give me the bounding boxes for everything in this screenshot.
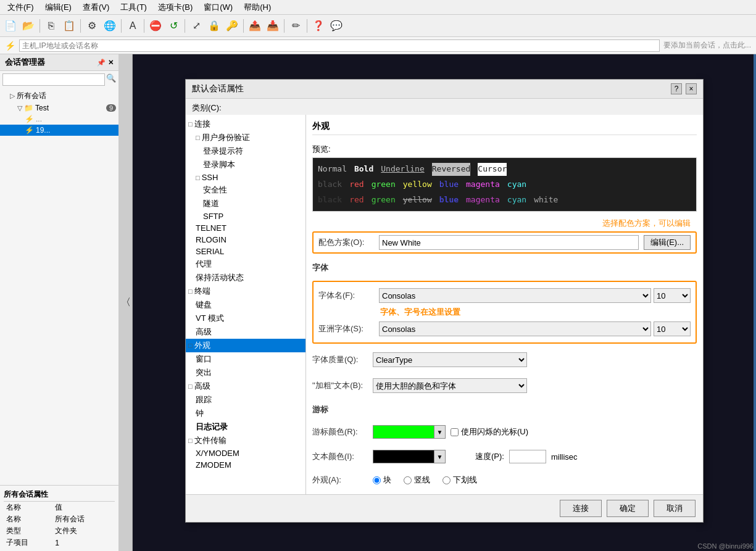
dtree-connection-label: 连接 [194,118,210,130]
text-color-box[interactable] [373,450,434,463]
expand-connection: □ [188,120,193,128]
radio-underline[interactable]: 下划线 [442,474,477,486]
dtree-proxy[interactable]: 代理 [186,257,305,271]
radio-vbar-input[interactable] [404,476,412,484]
connect-footer-btn[interactable]: 连接 [560,500,602,517]
dialog-close-btn[interactable]: × [686,83,697,94]
dtree-ssh[interactable]: □ SSH [186,172,305,183]
addressbar: ⚡ 要添加当前会话，点击此... [0,37,756,54]
dtree-keyboard-label: 键盘 [196,299,212,310]
edit-scheme-btn[interactable]: 编辑(E)... [644,235,691,250]
dtree-bell[interactable]: 钟 [186,407,305,420]
radio-vbar[interactable]: 竖线 [404,474,430,486]
dtree-telnet[interactable]: TELNET [186,222,305,234]
dtree-keepalive[interactable]: 保持活动状态 [186,271,305,284]
copy-btn[interactable]: ⎘ [43,18,59,34]
font-quality-select[interactable]: ClearType [373,352,527,367]
open-btn[interactable]: 📂 [20,18,36,34]
bold-text-select[interactable]: 使用大胆的颜色和字体 [373,378,527,393]
new-session-btn[interactable]: 📄 [2,18,19,34]
dtree-tunnel[interactable]: 隧道 [186,197,305,210]
lock-btn[interactable]: 🔒 [206,18,222,34]
asian-font-size-select[interactable]: 10 [654,321,691,336]
font-size-select[interactable]: 10 [654,288,691,303]
dialog-footer: 连接 确定 取消 [186,494,703,522]
speed-input[interactable] [509,450,546,463]
cancel-btn[interactable]: 取消 [654,500,696,517]
dtree-rlogin-label: RLOGIN [196,235,226,244]
stop-btn[interactable]: ⛔ [147,18,164,34]
edit-btn2[interactable]: ✏ [288,18,304,34]
expand-auth: □ [196,134,200,141]
tree-item-all-sessions[interactable]: ▷ 所有会话 [0,89,118,102]
dtree-serial[interactable]: SERIAL [186,246,305,257]
tree-item-session2[interactable]: ⚡ 19... [0,125,118,136]
bold-text-label: "加粗"文本(B): [312,380,368,391]
dtree-security[interactable]: 安全性 [186,183,305,197]
flash-cursor-label: 使用闪烁的光标(U) [461,426,528,437]
connect-btn2[interactable]: 🌐 [102,18,118,34]
font-btn[interactable]: A [125,18,141,34]
settings-btn[interactable]: ⚙ [84,18,100,34]
toolbar-sep-6 [243,19,244,33]
address-input[interactable] [19,39,660,52]
radio-block[interactable]: 块 [373,474,391,486]
dtree-trace-label: 跟踪 [196,394,212,405]
upload-btn[interactable]: 📤 [247,18,263,34]
dtree-trace[interactable]: 跟踪 [186,393,305,407]
key-btn[interactable]: 🔑 [224,18,240,34]
expand-appearance: □ [188,342,193,349]
dtree-xymodem[interactable]: X/YMODEM [186,447,305,459]
cursor-color-box[interactable] [373,425,434,439]
search-icon[interactable]: 🔍 [106,73,116,86]
dtree-terminal[interactable]: □ 终端 [186,284,305,298]
dtree-rlogin[interactable]: RLOGIN [186,234,305,246]
menu-help[interactable]: 帮助(H) [239,1,276,14]
dtree-connection[interactable]: □ 连接 [186,117,305,131]
pin-icon[interactable]: 📌 [97,59,106,67]
menu-tabs[interactable]: 选项卡(B) [153,1,197,14]
dtree-appearance[interactable]: □ 外观 [186,339,305,352]
asian-font-select[interactable]: Consolas [379,321,651,336]
chat-btn[interactable]: 💬 [328,18,344,34]
paste-btn[interactable]: 📋 [61,18,77,34]
cursor-color-btn[interactable]: ▼ [434,425,446,439]
dtree-advanced[interactable]: □ 高级 [186,379,305,393]
dtree-login-script[interactable]: 登录脚本 [186,158,305,172]
radio-block-input[interactable] [373,476,381,484]
menu-file[interactable]: 文件(F) [2,1,39,14]
sidebar-close-icon[interactable]: ✕ [108,59,114,67]
dtree-auth[interactable]: □ 用户身份验证 [186,131,305,144]
dtree-vt-mode[interactable]: VT 模式 [186,312,305,325]
sidebar-search-input[interactable] [2,73,105,86]
dtree-keyboard[interactable]: 键盘 [186,298,305,312]
menu-window[interactable]: 窗口(W) [199,1,238,14]
refresh-btn[interactable]: ↺ [165,18,181,34]
dtree-sftp[interactable]: SFTP [186,210,305,222]
tree-item-session1[interactable]: ⚡ ... [0,114,118,125]
dtree-logging[interactable]: 日志记录 [186,420,305,434]
dialog-help-btn[interactable]: ? [671,83,682,94]
text-color-btn[interactable]: ▼ [434,450,446,463]
dtree-zmodem[interactable]: ZMODEM [186,459,305,471]
help-btn2[interactable]: ❓ [310,18,326,34]
dtree-login-prompt[interactable]: 登录提示符 [186,144,305,158]
dtree-advanced-term[interactable]: 高级 [186,325,305,339]
flash-cursor-checkbox[interactable]: 使用闪烁的光标(U) [451,426,528,437]
expand-btn[interactable]: ⤢ [188,18,204,34]
menu-tools[interactable]: 工具(T) [115,1,152,14]
ok-btn[interactable]: 确定 [607,500,649,517]
download-btn[interactable]: 📥 [265,18,281,34]
radio-underline-input[interactable] [442,476,451,484]
table-row: 名称 所有会话 [4,513,115,525]
scheme-select[interactable]: New White [379,235,639,250]
flash-cursor-input[interactable] [451,428,459,436]
dtree-highlight[interactable]: 突出 [186,366,305,379]
tree-item-test[interactable]: ▽ 📁 Test 9 [0,102,118,114]
menu-view[interactable]: 查看(V) [78,1,114,14]
sidebar-collapse-btn[interactable]: 〈 [119,54,133,551]
dtree-file-transfer[interactable]: □ 文件传输 [186,434,305,447]
font-name-select[interactable]: Consolas [379,288,651,303]
menu-edit[interactable]: 编辑(E) [40,1,77,14]
dtree-window[interactable]: 窗口 [186,352,305,366]
